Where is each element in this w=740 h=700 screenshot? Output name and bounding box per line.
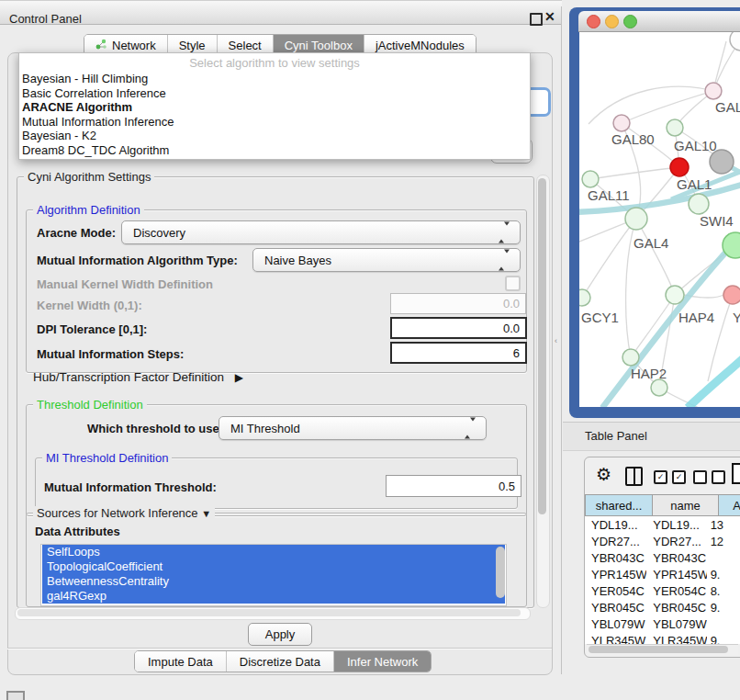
bottom-tabbar: Impute DataDiscretize DataInfer Network xyxy=(134,650,432,672)
zoom-light-green[interactable] xyxy=(623,15,637,28)
which-threshold-label: Which threshold to use: xyxy=(87,422,223,435)
node-label: GAL4 xyxy=(633,235,668,251)
list-scrollbar[interactable] xyxy=(496,547,505,598)
mi-algorithm-type-select[interactable]: Naive Bayes xyxy=(252,248,521,272)
which-threshold-select[interactable]: MI Threshold xyxy=(219,416,487,440)
tab-label: Select xyxy=(229,39,262,52)
table-cell: YBR043C xyxy=(646,551,706,565)
data-attributes-list[interactable]: SelfLoopsTopologicalCoefficientBetweenne… xyxy=(40,544,507,606)
column-header[interactable]: A xyxy=(719,494,740,516)
table-body: YDL19...YDL19...13YDR27...YDR27...12YBR0… xyxy=(585,516,740,644)
algorithm-option[interactable]: ARACNE Algorithm xyxy=(22,100,527,115)
hub-definition-toggle[interactable]: Hub/Transcription Factor Definition ▶ xyxy=(33,370,243,384)
table-row[interactable]: YLR345WYLR345W9. xyxy=(585,632,740,644)
tab-label: jActiveMNodules xyxy=(376,39,465,52)
unchecked-pair-icon[interactable] xyxy=(693,470,725,484)
attribute-item-selected[interactable]: SelfLoops xyxy=(42,545,505,559)
table-row[interactable]: YBR043CYBR043C xyxy=(585,549,740,566)
table-cell: YBL079W xyxy=(646,617,706,631)
attribute-item-selected[interactable]: TopologicalCoefficient xyxy=(42,559,505,574)
table-row[interactable]: YBL079WYBL079W xyxy=(585,615,740,632)
table-row[interactable]: YDL19...YDL19...13 xyxy=(585,516,740,533)
attribute-item-selected[interactable]: gal4RGexp xyxy=(42,589,505,604)
close-light-red[interactable] xyxy=(587,15,600,28)
algorithm-option[interactable]: Basic Correlation Inference xyxy=(22,86,527,101)
table-row[interactable]: YER054CYER054C8. xyxy=(585,582,740,599)
control-panel-title: Control Panel xyxy=(9,12,82,26)
table-hscrollbar-thumb[interactable] xyxy=(589,646,728,653)
algorithm-option[interactable]: Bayesian - Hill Climbing xyxy=(22,72,527,86)
columns-icon[interactable] xyxy=(625,467,643,486)
algorithm-option[interactable]: Bayesian - K2 xyxy=(22,129,527,143)
manual-kernel-width-label: Manual Kernel Width Definition xyxy=(37,277,213,291)
table-cell: YLR345W xyxy=(585,634,646,645)
stepper-arrows-icon xyxy=(465,422,476,435)
collapse-down-icon[interactable]: ▼ xyxy=(201,508,211,519)
network-window-titlebar[interactable] xyxy=(578,11,740,32)
table-cell: YDR27... xyxy=(585,535,646,548)
column-header[interactable]: shared... xyxy=(585,494,653,516)
node-label: GAL10 xyxy=(674,138,717,153)
algorithm-popup-list: Bayesian - Hill ClimbingBasic Correlatio… xyxy=(22,72,527,157)
algorithm-definition-title: Algorithm Definition xyxy=(33,203,144,217)
apply-button[interactable]: Apply xyxy=(248,623,312,646)
manual-kernel-width-checkbox[interactable] xyxy=(505,276,521,291)
cyni-settings-title: Cyni Algorithm Settings xyxy=(24,170,154,184)
mi-steps-input[interactable]: 6 xyxy=(390,342,527,364)
tab-label: Network xyxy=(112,39,156,52)
sources-title-label: Sources for Network Inference xyxy=(37,506,198,520)
algorithm-option[interactable]: Dream8 DC_TDC Algorithm xyxy=(22,143,527,158)
table-cell: YDL19... xyxy=(585,518,646,532)
mi-threshold-input[interactable]: 0.5 xyxy=(386,475,521,497)
expand-right-icon[interactable]: ▶ xyxy=(235,371,243,384)
sources-group-title[interactable]: Sources for Network Inference ▼ xyxy=(33,506,215,520)
node-label: HAP4 xyxy=(678,310,714,325)
aracne-mode-select[interactable]: Discovery xyxy=(121,220,521,244)
kernel-width-input[interactable]: 0.0 xyxy=(390,293,526,314)
table-cell: YBR043C xyxy=(585,551,646,565)
dpi-tolerance-label: DPI Tolerance [0,1]: xyxy=(37,322,147,336)
table-row[interactable]: YBR045CYBR045C9. xyxy=(585,599,740,615)
settings-hscrollbar-thumb[interactable] xyxy=(17,609,521,616)
table-panel-title: Table Panel xyxy=(585,429,647,443)
table-cell: YDL19... xyxy=(646,518,706,532)
document-icon[interactable] xyxy=(732,463,740,484)
control-panel-titlebar[interactable]: Control Panel ✕ xyxy=(0,0,562,25)
node-label: GAL xyxy=(715,99,740,115)
mi-steps-label: Mutual Information Steps: xyxy=(37,347,184,361)
close-icon[interactable]: ✕ xyxy=(544,9,555,24)
hub-definition-label: Hub/Transcription Factor Definition xyxy=(33,370,224,384)
node-label: GAL80 xyxy=(611,131,655,147)
which-threshold-value: MI Threshold xyxy=(230,422,300,435)
minimized-panel-icon[interactable] xyxy=(6,691,25,700)
node-label: GAL11 xyxy=(588,187,630,203)
split-pane-grip[interactable]: ‹ xyxy=(555,336,557,345)
tab-discretize-data[interactable]: Discretize Data xyxy=(227,651,334,672)
network-canvas[interactable]: GALGAL80GAL10GAL1GAL11SWI4GAL4GCY1HAP4YH… xyxy=(579,32,740,407)
tab-label: Style xyxy=(179,39,206,52)
gear-icon[interactable]: ⚙ xyxy=(596,464,611,485)
table-header-row: shared... name A xyxy=(585,494,740,516)
table-cell: 9. xyxy=(707,634,740,645)
settings-scrollbar-thumb[interactable] xyxy=(538,178,546,514)
table-row[interactable]: YDR27...YDR27...12 xyxy=(585,533,740,549)
table-cell: 9. xyxy=(707,568,740,581)
algorithm-dropdown-popup: Select algorithm to view settings Bayesi… xyxy=(18,52,531,160)
aracne-mode-label: Aracne Mode: xyxy=(37,226,116,240)
node-label: Y xyxy=(733,310,740,325)
minimize-light-yellow[interactable] xyxy=(605,15,619,28)
checked-pair-icon[interactable]: ✓✓ xyxy=(654,470,686,484)
table-cell: YPR145W xyxy=(585,568,646,581)
table-cell: YBR045C xyxy=(585,601,646,615)
network-icon xyxy=(95,39,107,52)
table-cell: 8. xyxy=(707,584,740,598)
dpi-tolerance-input[interactable]: 0.0 xyxy=(390,317,527,339)
attribute-item-selected[interactable]: BetweennessCentrality xyxy=(42,574,505,589)
float-icon[interactable] xyxy=(530,13,543,26)
algorithm-option[interactable]: Mutual Information Inference xyxy=(22,115,527,130)
tab-label: Cyni Toolbox xyxy=(285,39,353,52)
table-row[interactable]: YPR145WYPR145W9. xyxy=(585,566,740,582)
column-header[interactable]: name xyxy=(653,494,719,516)
tab-impute-data[interactable]: Impute Data xyxy=(135,651,227,672)
tab-infer-network[interactable]: Infer Network xyxy=(334,651,431,672)
